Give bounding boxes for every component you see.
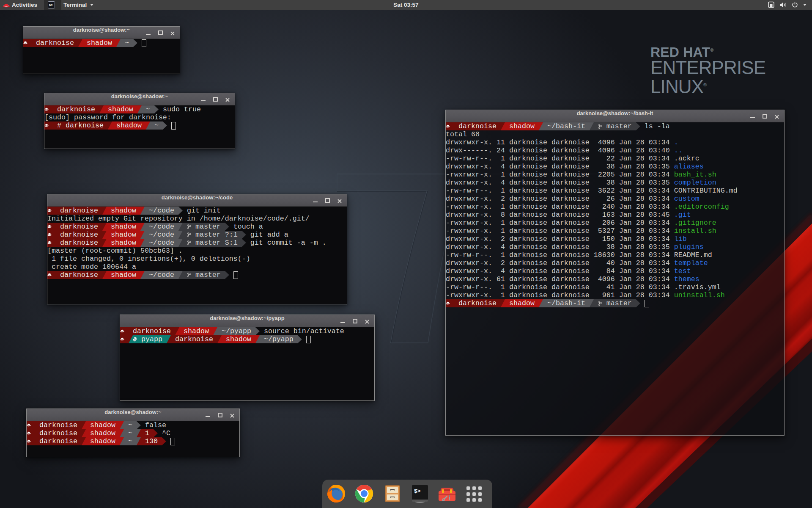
svg-text:$>: $>: [49, 3, 53, 7]
svg-text:$>: $>: [414, 488, 421, 494]
